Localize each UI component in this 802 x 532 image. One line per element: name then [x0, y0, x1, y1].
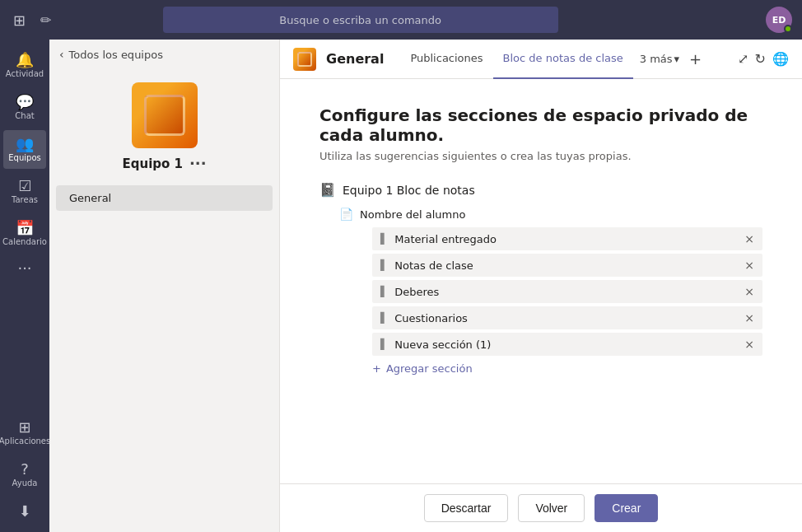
discard-button[interactable]: Descartar — [424, 494, 509, 522]
grid-icon[interactable]: ⊞ — [10, 8, 29, 32]
team-card: Equipo 1 ··· — [49, 69, 279, 185]
drag-handle-icon: ▌ — [380, 233, 388, 245]
add-section-label: Agregar sección — [386, 362, 473, 375]
student-name-label: Nombre del alumno — [360, 208, 465, 221]
sidebar-item-teams[interactable]: 👥 Equipos — [3, 130, 46, 169]
section-close-button[interactable]: × — [744, 285, 754, 298]
notebook-header: 📓 Equipo 1 Bloc de notas — [319, 182, 762, 198]
drag-handle-icon: ▌ — [380, 312, 388, 324]
student-section-icon: 📄 — [339, 208, 353, 221]
channel-general[interactable]: General — [56, 185, 273, 211]
notebook-title: Equipo 1 Bloc de notas — [343, 184, 475, 197]
chevron-down-icon: ▾ — [674, 53, 680, 65]
download-icon: ⬇ — [18, 504, 30, 519]
section-close-button[interactable]: × — [744, 338, 754, 351]
search-placeholder: Busque o escriba un comando — [279, 14, 441, 26]
back-arrow-icon: ‹ — [59, 48, 64, 61]
compose-icon[interactable]: ✏ — [37, 9, 54, 31]
section-name: Notas de clase — [394, 259, 738, 272]
sidebar-item-activity[interactable]: 🔔 Actividad — [3, 46, 46, 85]
section-name: Nueva sección (1) — [394, 338, 738, 351]
tasks-icon: ☑ — [18, 179, 31, 194]
sidebar-item-chat[interactable]: 💬 Chat — [3, 88, 46, 127]
back-button[interactable]: Volver — [518, 494, 585, 522]
tab-nav: Publicaciones Bloc de notas de clase 3 m… — [400, 40, 705, 79]
notebook-section: 📓 Equipo 1 Bloc de notas 📄 Nombre del al… — [319, 182, 762, 375]
tab-publicaciones[interactable]: Publicaciones — [400, 40, 492, 79]
channel-name: General — [69, 192, 111, 204]
drag-handle-icon: ▌ — [380, 286, 388, 297]
avatar-initials: ED — [772, 15, 786, 26]
team-more-button[interactable]: ··· — [189, 155, 207, 172]
page-title: Configure las secciones de espacio priva… — [319, 105, 762, 145]
sidebar-item-help[interactable]: ? Ayuda — [3, 455, 46, 494]
content-scroll: Configure las secciones de espacio priva… — [280, 79, 802, 483]
teams-icon: 👥 — [16, 137, 34, 152]
team-logo — [132, 82, 198, 148]
sidebar-item-tasks[interactable]: ☑ Tareas — [3, 172, 46, 211]
team-icon-small — [293, 48, 316, 71]
team-icon-inner — [297, 52, 312, 67]
topbar: ⊞ ✏ Busque o escriba un comando ED — [0, 0, 802, 40]
left-nav: 🔔 Actividad 💬 Chat 👥 Equipos ☑ Tareas 📅 … — [0, 40, 49, 532]
activity-icon: 🔔 — [16, 53, 34, 68]
presence-dot — [784, 25, 792, 33]
add-section-button[interactable]: + Agregar sección — [372, 362, 762, 375]
nav-bottom: ⊞ Aplicaciones ? Ayuda ⬇ — [3, 413, 46, 525]
search-bar[interactable]: Busque o escriba un comando — [163, 7, 558, 33]
drag-handle-icon: ▌ — [380, 338, 388, 350]
sidebar-item-download[interactable]: ⬇ — [3, 497, 46, 525]
back-label: Todos los equipos — [69, 49, 163, 61]
expand-icon[interactable]: ⤢ — [738, 51, 748, 67]
channel-title: General — [326, 51, 384, 67]
add-section-plus-icon: + — [372, 362, 381, 375]
content-area: General Publicaciones Bloc de notas de c… — [280, 40, 802, 532]
section-row: ▌ Deberes × — [372, 280, 762, 303]
section-close-button[interactable]: × — [744, 259, 754, 272]
sections-list: ▌ Material entregado × ▌ Notas de clase … — [372, 227, 762, 356]
refresh-icon[interactable]: ↻ — [755, 51, 766, 67]
apps-icon: ⊞ — [18, 420, 30, 435]
header-actions: ⤢ ↻ 🌐 — [738, 51, 789, 67]
chat-icon: 💬 — [16, 95, 34, 110]
team-name-row: Equipo 1 ··· — [122, 155, 206, 172]
student-section: 📄 Nombre del alumno ▌ Material entregado… — [339, 208, 762, 375]
section-row: ▌ Notas de clase × — [372, 254, 762, 277]
add-tab-button[interactable]: + — [686, 50, 705, 68]
tab-bloc-notas[interactable]: Bloc de notas de clase — [493, 40, 633, 79]
help-icon: ? — [21, 462, 29, 477]
notebook-icon: 📓 — [319, 182, 336, 198]
content-footer: Descartar Volver Crear — [280, 483, 802, 532]
sidebar-item-apps[interactable]: ⊞ Aplicaciones — [3, 413, 46, 452]
sidebar-item-calendar[interactable]: 📅 Calendario — [3, 214, 46, 253]
team-name: Equipo 1 — [122, 156, 183, 171]
globe-icon[interactable]: 🌐 — [772, 51, 789, 67]
main-layout: 🔔 Actividad 💬 Chat 👥 Equipos ☑ Tareas 📅 … — [0, 40, 802, 532]
student-header: 📄 Nombre del alumno — [339, 208, 762, 221]
section-close-button[interactable]: × — [744, 311, 754, 324]
drag-handle-icon: ▌ — [380, 259, 388, 271]
content-header: General Publicaciones Bloc de notas de c… — [280, 40, 802, 79]
section-row: ▌ Nueva sección (1) × — [372, 333, 762, 356]
topbar-right: ED — [766, 7, 792, 33]
sidebar: ‹ Todos los equipos Equipo 1 ··· General — [49, 40, 280, 532]
avatar[interactable]: ED — [766, 7, 792, 33]
page-subtitle: Utiliza las sugerencias siguientes o cre… — [319, 150, 762, 162]
back-to-teams[interactable]: ‹ Todos los equipos — [49, 40, 279, 69]
team-inner-logo — [144, 95, 185, 136]
section-name: Cuestionarios — [394, 312, 738, 324]
tab-more[interactable]: 3 más ▾ — [633, 53, 686, 65]
more-icon[interactable]: ··· — [17, 259, 31, 277]
section-row: ▌ Material entregado × — [372, 227, 762, 250]
section-close-button[interactable]: × — [744, 232, 754, 245]
create-button[interactable]: Crear — [595, 494, 658, 522]
section-row: ▌ Cuestionarios × — [372, 306, 762, 329]
section-name: Material entregado — [394, 233, 738, 245]
calendar-icon: 📅 — [16, 221, 34, 236]
section-name: Deberes — [394, 286, 738, 298]
